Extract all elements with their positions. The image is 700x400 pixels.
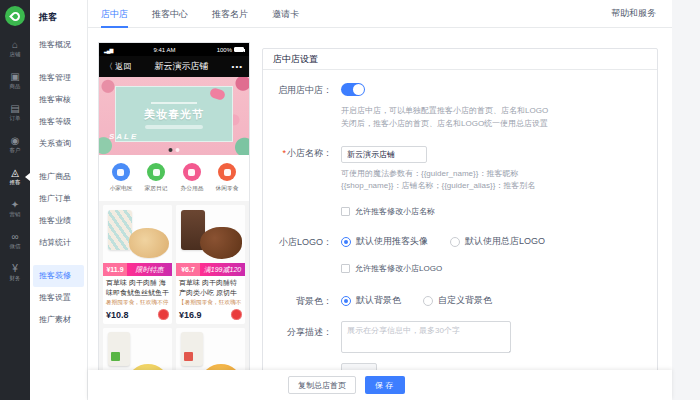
carousel-dots[interactable]: [169, 148, 180, 152]
submenu-item-promo-goods[interactable]: 推广商品: [30, 166, 87, 188]
promo-banner[interactable]: 美妆春光节 SALE: [99, 77, 249, 155]
product-grid: ¥11.9 限时特惠 百草味 肉干肉脯 海味即食鱿鱼丝鱿鱼干休… 暑期囤零食，狂…: [99, 201, 249, 370]
radio-icon: [450, 237, 460, 247]
logo-icon: [9, 10, 22, 23]
product-card[interactable]: [103, 328, 172, 370]
banner-deco: [151, 102, 197, 104]
name-help-1: 可使用的魔法参数有：{{guider_name}}：推客昵称: [341, 168, 657, 181]
home-goods-icon: [147, 163, 165, 181]
banner-deco: [145, 125, 203, 129]
enable-toggle[interactable]: [341, 83, 365, 96]
tab-tuike-card[interactable]: 推客名片: [212, 0, 248, 28]
sidebar-item-goods[interactable]: ▣ 商品: [0, 66, 30, 96]
product-subtitle: 暑期囤零食，狂欢嗨不停…: [103, 297, 169, 307]
sidebar-item-label: 商品: [10, 82, 21, 89]
quick-nav: 小家电区 家居日记 办公用品 休闲零食: [99, 155, 249, 201]
product-card[interactable]: [176, 328, 245, 370]
ribbon-price: ¥11.9: [103, 263, 127, 276]
phone-preview: ▂▄▆ 9:41 AM 100% 〈 返回 新云演示店铺 ••• 美妆春光节 S…: [98, 42, 250, 370]
quicknav-item-snacks[interactable]: 休闲零食: [215, 163, 239, 193]
submenu-item-performance[interactable]: 推客业绩: [30, 210, 87, 232]
submenu-item-settings[interactable]: 推客设置: [30, 287, 87, 309]
tab-tuike-center[interactable]: 推客中心: [152, 0, 188, 28]
tab-shop-in-shop[interactable]: 店中店: [101, 0, 128, 28]
checkbox-icon: [341, 264, 350, 273]
copy-homepage-button[interactable]: 复制总店首页: [288, 376, 356, 394]
goods-icon: ▣: [10, 72, 19, 82]
buy-button[interactable]: [231, 309, 242, 320]
submenu-item-review[interactable]: 推客审核: [30, 89, 87, 111]
quicknav-label: 家居日记: [145, 184, 168, 193]
submenu-item-overview[interactable]: 推客概况: [30, 34, 87, 56]
product-card[interactable]: ¥11.9 限时特惠 百草味 肉干肉脯 海味即食鱿鱼丝鱿鱼干休… 暑期囤零食，狂…: [103, 205, 172, 324]
sidebar-item-finance[interactable]: ¥ 财务: [0, 258, 30, 288]
bg-color-label: 背景色：: [263, 294, 341, 308]
share-desc-label: 分享描述：: [263, 321, 341, 339]
bg-option-default[interactable]: 默认背景色: [341, 294, 401, 307]
logo-label: 小店LOGO：: [263, 235, 341, 249]
sidebar-item-label: 店铺: [10, 50, 21, 57]
more-icon[interactable]: •••: [232, 62, 243, 71]
submenu-item-manage[interactable]: 推客管理: [30, 67, 87, 89]
tuike-icon: ◬: [11, 168, 19, 178]
allow-edit-logo-checkbox[interactable]: 允许推客修改小店LOGO: [341, 263, 657, 274]
allow-edit-name-checkbox[interactable]: 允许推客修改小店名称: [341, 206, 657, 217]
product-card[interactable]: ¥6.7 满199减120 百草味 肉干肉脯特产肉类小吃 原切牛肉干牛… 【暑期…: [176, 205, 245, 324]
quicknav-label: 休闲零食: [216, 184, 239, 193]
sidebar-item-marketing[interactable]: ✦ 营销: [0, 194, 30, 224]
quicknav-item-home[interactable]: 家居日记: [144, 163, 168, 193]
logo-option-main-logo[interactable]: 默认使用总店LOGO: [450, 235, 545, 248]
primary-sidebar: ⌂ 店铺 ▣ 商品 ▤ 订单 ◉ 客户 ◬ 推客 ✦ 营销 ∞ 微信 ¥: [0, 0, 30, 400]
radio-icon: [423, 296, 433, 306]
ribbon-promo: 限时特惠: [127, 263, 172, 276]
dot: [176, 148, 180, 152]
banner-sale-text: SALE: [109, 132, 138, 141]
enable-help-1: 开启店中店，可以单独配置推客小店的首页、店名和LOGO: [341, 105, 657, 118]
secondary-sidebar: 推客 推客概况 推客管理 推客审核 推客等级 关系查询 推广商品 推广订单 推客…: [30, 0, 88, 400]
sidebar-item-tuike[interactable]: ◬ 推客: [0, 162, 30, 192]
quicknav-item-office[interactable]: 办公用品: [180, 163, 204, 193]
shop-title: 新云演示店铺: [131, 60, 231, 73]
share-desc-textarea[interactable]: [341, 321, 511, 353]
submenu-item-relation[interactable]: 关系查询: [30, 133, 87, 155]
clipped-button[interactable]: [341, 363, 377, 370]
sidebar-item-label: 营销: [10, 210, 21, 217]
help-and-service-link[interactable]: 帮助和服务: [611, 7, 656, 20]
radio-label: 自定义背景色: [438, 294, 492, 307]
submenu-item-materials[interactable]: 推广素材: [30, 309, 87, 331]
orders-icon: ▤: [10, 104, 19, 114]
bg-option-custom[interactable]: 自定义背景色: [423, 294, 492, 307]
save-button[interactable]: 保存: [365, 376, 405, 394]
shop-name-input[interactable]: [341, 146, 427, 163]
app-logo[interactable]: [5, 6, 25, 26]
tab-invite-card[interactable]: 邀请卡: [272, 0, 299, 28]
product-image: [176, 205, 245, 263]
sidebar-item-shop[interactable]: ⌂ 店铺: [0, 34, 30, 64]
required-mark: *: [282, 148, 286, 158]
logo-option-avatar[interactable]: 默认使用推客头像: [341, 235, 428, 248]
sidebar-item-customers[interactable]: ◉ 客户: [0, 130, 30, 160]
submenu-item-level[interactable]: 推客等级: [30, 111, 87, 133]
radio-label: 默认使用总店LOGO: [465, 235, 545, 248]
back-button[interactable]: 〈 返回: [105, 61, 131, 72]
ribbon-promo: 满199减120: [200, 263, 245, 276]
submenu-item-promo-orders[interactable]: 推广订单: [30, 188, 87, 210]
product-image: [103, 328, 172, 370]
product-title: 百草味 肉干肉脯特产肉类小吃 原切牛肉干牛…: [176, 276, 245, 297]
right-gutter: [672, 0, 700, 400]
sidebar-item-label: 订单: [10, 114, 21, 121]
sidebar-item-label: 客户: [10, 146, 21, 153]
sidebar-item-wechat[interactable]: ∞ 微信: [0, 226, 30, 256]
buy-button[interactable]: [158, 309, 169, 320]
quicknav-item-appliance[interactable]: 小家电区: [109, 163, 133, 193]
submenu-title: 推客: [30, 0, 87, 34]
sidebar-item-label: 推客: [10, 178, 21, 185]
submenu-item-settlement[interactable]: 结算统计: [30, 232, 87, 254]
link-icon: ∞: [11, 232, 18, 242]
promo-ribbon: ¥11.9 限时特惠: [103, 263, 172, 276]
submenu-item-decorate[interactable]: 推客装修: [33, 265, 84, 287]
radio-selected-icon: [341, 237, 351, 247]
sidebar-item-orders[interactable]: ▤ 订单: [0, 98, 30, 128]
office-icon: [183, 163, 201, 181]
page-header: 店中店 推客中心 推客名片 邀请卡 帮助和服务: [88, 0, 672, 28]
